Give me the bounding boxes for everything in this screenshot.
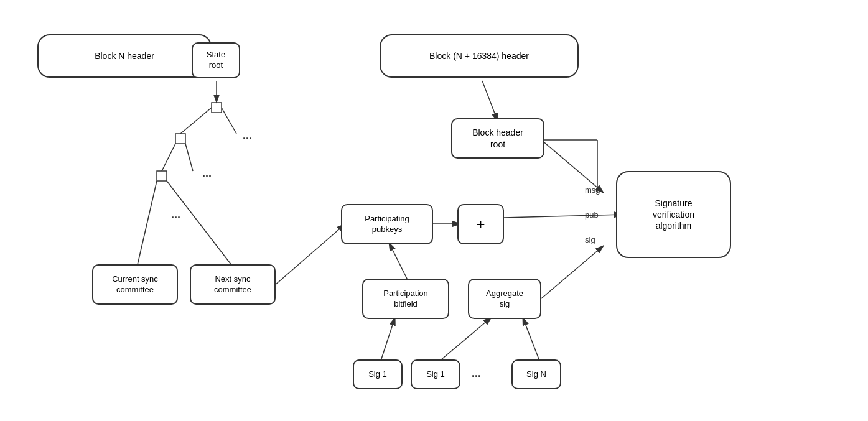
svg-line-9 xyxy=(137,181,157,267)
sig-verification-label: Signature verification algorithm xyxy=(653,198,694,232)
diagram-container: Block N header State root Current sync c… xyxy=(0,0,868,421)
sigN-label: Sig N xyxy=(526,369,546,380)
next-sync-label: Next sync committee xyxy=(214,274,251,295)
block-header-root-node: Block header root xyxy=(451,118,544,159)
svg-line-3 xyxy=(180,108,212,134)
sig1-b-label: Sig 1 xyxy=(426,369,445,380)
sig1-a-label: Sig 1 xyxy=(368,369,387,380)
current-sync-committee-node: Current sync committee xyxy=(92,264,178,305)
plus-node: + xyxy=(457,204,504,244)
block-n-header-node: Block N header xyxy=(37,34,212,78)
current-sync-label: Current sync committee xyxy=(112,274,158,295)
svg-line-18 xyxy=(381,317,395,361)
participation-bitfield-label: Participation bitfield xyxy=(383,289,428,310)
svg-line-4 xyxy=(222,108,236,134)
participating-pubkeys-node: Participating pubkeys xyxy=(341,204,433,244)
sig-verification-node: Signature verification algorithm xyxy=(616,171,731,258)
dots-tree-right1: ... xyxy=(243,129,252,142)
svg-line-10 xyxy=(167,181,233,267)
pub-label: pub xyxy=(585,210,599,220)
aggregate-sig-node: Aggregate sig xyxy=(468,279,541,319)
dots-sigs-middle: ... xyxy=(472,367,481,380)
plus-label: + xyxy=(476,215,485,234)
svg-line-20 xyxy=(523,317,539,361)
pub-text: pub xyxy=(585,210,599,220)
participating-pubkeys-label: Participating pubkeys xyxy=(365,214,409,235)
state-root-label: State root xyxy=(207,50,225,71)
svg-line-14 xyxy=(504,215,622,218)
svg-line-16 xyxy=(274,224,345,286)
sig-text: sig xyxy=(585,235,595,244)
aggregate-sig-label: Aggregate sig xyxy=(486,289,523,310)
svg-line-11 xyxy=(482,81,498,121)
sig-label: sig xyxy=(585,235,595,244)
sig1-b-node: Sig 1 xyxy=(411,359,460,389)
sigN-node: Sig N xyxy=(511,359,561,389)
svg-line-6 xyxy=(162,144,175,171)
svg-rect-8 xyxy=(157,171,167,181)
svg-rect-5 xyxy=(175,134,185,144)
svg-line-19 xyxy=(440,317,492,361)
block-n16-header-node: Block (N + 16384) header xyxy=(380,34,579,78)
svg-line-17 xyxy=(389,243,408,280)
msg-label: msg xyxy=(585,185,600,195)
svg-rect-2 xyxy=(212,103,222,113)
svg-line-7 xyxy=(185,144,193,171)
svg-line-15 xyxy=(541,246,604,298)
state-root-node: State root xyxy=(192,42,240,78)
block-n-header-label: Block N header xyxy=(95,50,154,62)
next-sync-committee-node: Next sync committee xyxy=(190,264,276,305)
dots-tree-right3: ... xyxy=(171,208,180,221)
sig1-a-node: Sig 1 xyxy=(353,359,403,389)
block-n16-header-label: Block (N + 16384) header xyxy=(429,50,529,62)
msg-text: msg xyxy=(585,185,600,195)
block-header-root-label: Block header root xyxy=(472,127,523,149)
participation-bitfield-node: Participation bitfield xyxy=(362,279,449,319)
dots-tree-right2: ... xyxy=(202,167,212,180)
